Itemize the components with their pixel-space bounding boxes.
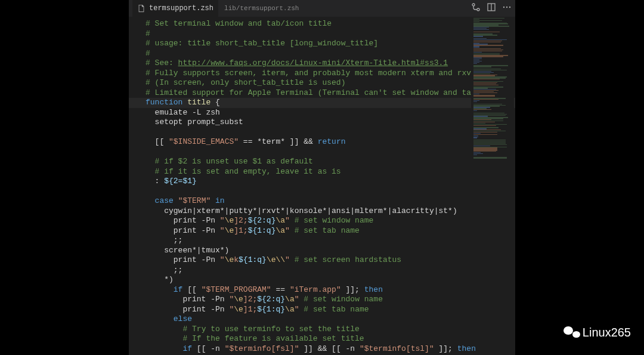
svg-point-6 — [509, 6, 510, 7]
code-line[interactable]: [[ "$INSIDE_EMACS" == *term* ]] && retur… — [145, 137, 515, 147]
code-line[interactable]: ;; — [145, 236, 515, 246]
code-line[interactable]: setopt prompt_subst — [145, 118, 515, 128]
wechat-icon — [564, 325, 580, 339]
code-line[interactable]: else — [145, 314, 515, 325]
svg-point-1 — [477, 8, 479, 11]
code-line[interactable]: # Fully supports screen, iterm, and prob… — [145, 69, 515, 79]
code-line[interactable]: ;; — [145, 266, 515, 276]
code-line[interactable]: print -Pn "\e]1;${1:q}\a" # set tab name — [145, 305, 515, 315]
minimap[interactable] — [471, 18, 514, 179]
watermark-text: Linux265 — [583, 326, 631, 339]
watermark: Linux265 — [564, 325, 631, 339]
code-line[interactable]: *) — [145, 275, 515, 285]
code-line[interactable]: if [[ -n "$terminfo[fsl]" ]] && [[ -n "$… — [145, 344, 515, 354]
editor-window: termsupport.zsh lib/termsupport.zsh # Se… — [129, 0, 515, 355]
svg-point-5 — [506, 6, 507, 7]
more-actions-icon[interactable] — [502, 2, 512, 15]
code-line[interactable] — [145, 187, 515, 197]
code-line[interactable]: emulate -L zsh — [145, 108, 515, 118]
code-line[interactable]: case "$TERM" in — [145, 196, 515, 206]
code-line[interactable]: if [[ "$TERM_PROGRAM" == "iTerm.app" ]];… — [145, 285, 515, 295]
code-line[interactable]: # Set terminal window and tab/icon title — [145, 19, 515, 29]
tab-filename: termsupport.zsh — [149, 4, 213, 13]
code-line[interactable]: print -Pn "\ek${1:q}\e\\" # set screen h… — [145, 255, 515, 266]
code-line[interactable]: # (In screen, only short_tab_title is us… — [145, 78, 515, 88]
code-line[interactable]: print -Pn "\e]1;${1:q}\a" # set tab name — [145, 226, 515, 236]
code-line[interactable]: screen*|tmux*) — [145, 246, 515, 256]
svg-point-4 — [503, 6, 504, 7]
code-line[interactable]: cygwin|xterm*|putty*|rxvt*|konsole*|ansi… — [145, 206, 515, 217]
code-area[interactable]: # Set terminal window and tab/icon title… — [129, 17, 515, 355]
code-line[interactable]: # Try to use terminfo to set the title — [145, 325, 515, 335]
editor-body: # Set terminal window and tab/icon title… — [129, 17, 515, 355]
code-line[interactable]: # — [145, 49, 515, 59]
code-line[interactable]: print -Pn "\e]2;${2:q}\a" # set window n… — [145, 216, 515, 226]
code-line[interactable]: # if $2 is unset use $1 as default — [145, 157, 515, 167]
compare-icon[interactable] — [471, 2, 481, 15]
file-icon — [137, 4, 145, 13]
tab-bar: termsupport.zsh lib/termsupport.zsh — [129, 0, 515, 17]
code-line[interactable]: # Limited support for Apple Terminal (Te… — [145, 88, 515, 98]
code-line[interactable]: # — [145, 29, 515, 39]
code-line[interactable]: function title { — [129, 98, 515, 108]
code-line[interactable]: : ${2=$1} — [145, 177, 515, 187]
svg-point-0 — [472, 4, 475, 6]
code-line[interactable]: print -Pn "\e]2;${2:q}\a" # set window n… — [145, 295, 515, 305]
code-line[interactable] — [145, 128, 515, 138]
tab-actions — [471, 2, 512, 15]
code-line[interactable]: # If the feature is available set title — [145, 334, 515, 344]
code-line[interactable]: # if it is set and empty, leave it as is — [145, 167, 515, 177]
split-editor-icon[interactable] — [487, 2, 496, 15]
code-line[interactable] — [145, 147, 515, 158]
code-line[interactable]: # See: http://www.faqs.org/docs/Linux-mi… — [145, 58, 515, 69]
code-line[interactable]: # usage: title short_tab_title [long_win… — [145, 39, 515, 49]
breadcrumb: lib/termsupport.zsh — [222, 5, 299, 12]
editor-tab[interactable]: termsupport.zsh — [132, 0, 218, 17]
